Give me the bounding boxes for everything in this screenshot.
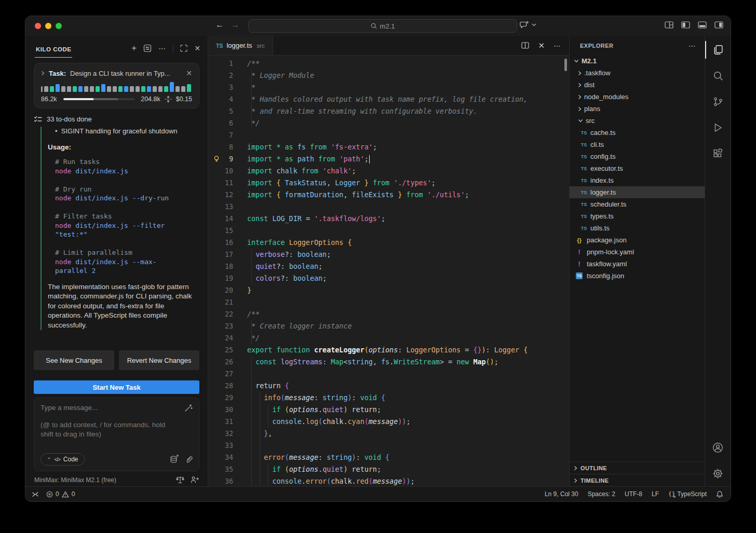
tree-item-.taskflow[interactable]: .taskflow <box>570 67 705 79</box>
code-line[interactable]: 24 */ <box>208 332 569 344</box>
editor-more-actions-icon[interactable]: ⋯ <box>554 42 561 50</box>
code-line[interactable]: 19 colors?: boolean; <box>208 272 569 284</box>
tree-item-utils.ts[interactable]: TSutils.ts <box>570 222 705 234</box>
attach-paperclip-icon[interactable] <box>185 456 193 463</box>
code-line[interactable]: 10import chalk from 'chalk'; <box>208 165 569 177</box>
tree-item-scheduler.ts[interactable]: TSscheduler.ts <box>570 198 705 210</box>
close-task-icon[interactable]: ✕ <box>186 69 192 77</box>
tree-item-executor.ts[interactable]: TSexecutor.ts <box>570 162 705 174</box>
editor-scrollbar[interactable] <box>564 59 567 71</box>
tree-item-logger.ts[interactable]: TSlogger.ts <box>570 186 705 198</box>
code-line[interactable]: 2 * Logger Module <box>208 70 569 81</box>
code-line[interactable]: 32 }, <box>208 428 569 440</box>
tree-item-pnpm-lock.yaml[interactable]: !pnpm-lock.yaml <box>570 246 705 258</box>
forward-arrow-icon[interactable]: → <box>231 20 239 30</box>
code-line[interactable]: 28 return { <box>208 380 569 392</box>
toggle-right-panel-icon[interactable] <box>714 21 723 29</box>
context-database-icon[interactable] <box>170 456 178 463</box>
mcp-servers-icon[interactable] <box>143 44 152 52</box>
code-line[interactable]: 17 verbose?: boolean; <box>208 249 569 261</box>
start-new-task-button[interactable]: Start New Task <box>34 380 199 394</box>
back-arrow-icon[interactable]: ← <box>215 20 224 30</box>
code-line[interactable]: 16interface LoggerOptions { <box>208 237 569 249</box>
code-line[interactable]: 26 const logStreams: Map<string, fs.Writ… <box>208 356 569 368</box>
lightbulb-icon[interactable] <box>213 155 220 162</box>
tree-item-cli.ts[interactable]: TScli.ts <box>570 139 705 151</box>
model-label[interactable]: MiniMax: MiniMax M2.1 (free) <box>34 476 116 484</box>
close-panel-icon[interactable]: ✕ <box>194 44 200 52</box>
eol-sequence[interactable]: LF <box>652 490 659 498</box>
split-editor-icon[interactable] <box>521 42 529 49</box>
tree-item-node_modules[interactable]: node_modules <box>570 91 705 103</box>
new-task-icon[interactable]: + <box>131 45 137 52</box>
context-scale-icon[interactable] <box>176 476 184 484</box>
remote-indicator-icon[interactable] <box>32 491 39 498</box>
code-line[interactable]: 34 error(message: string): void { <box>208 452 569 463</box>
tree-item-tsconfig.json[interactable]: TStsconfig.json <box>570 270 705 282</box>
code-line[interactable]: 36 console.error(chalk.red(message)); <box>208 475 569 486</box>
condense-context-icon[interactable] <box>165 95 172 103</box>
command-center-search[interactable]: m2.1 <box>248 19 517 33</box>
sidebar-item-source-control[interactable] <box>705 89 731 115</box>
explorer-more-actions-icon[interactable]: ⋯ <box>688 42 696 50</box>
code-line[interactable]: 15 <box>208 225 569 237</box>
code-line[interactable]: 31 console.log(chalk.cyan(message)); <box>208 416 569 428</box>
see-new-changes-button[interactable]: See New Changes <box>34 350 114 370</box>
code-line[interactable]: 8import * as fs from 'fs-extra'; <box>208 141 569 153</box>
account-button[interactable] <box>705 434 731 460</box>
section-outline[interactable]: OUTLINE <box>570 461 705 474</box>
code-line[interactable]: 5 * and real-time streaming with configu… <box>208 105 569 117</box>
more-actions-icon[interactable]: ⋯ <box>158 44 166 52</box>
code-line[interactable]: 11import { TaskStatus, Logger } from './… <box>208 177 569 189</box>
sidebar-item-extensions[interactable] <box>705 141 731 167</box>
code-line[interactable]: 21 <box>208 296 569 308</box>
chevron-down-icon[interactable] <box>532 23 536 26</box>
sidebar-item-search[interactable] <box>705 63 731 89</box>
cursor-position[interactable]: Ln 9, Col 30 <box>545 490 578 498</box>
code-line[interactable]: 20} <box>208 284 569 296</box>
customize-layout-icon[interactable] <box>665 21 673 29</box>
code-line[interactable]: 4 * Handles colored output with task nam… <box>208 93 569 105</box>
revert-new-changes-button[interactable]: Revert New Changes <box>119 350 199 370</box>
code-line[interactable]: 25export function createLogger(options: … <box>208 344 569 356</box>
tree-item-M2.1[interactable]: M2.1 <box>570 55 705 67</box>
code-line[interactable]: 6 */ <box>208 117 569 129</box>
tree-item-config.ts[interactable]: TSconfig.ts <box>570 151 705 162</box>
toggle-bottom-panel-icon[interactable] <box>698 21 707 29</box>
section-timeline[interactable]: TIMELINE <box>570 474 705 486</box>
sidebar-item-run-debug[interactable] <box>705 115 731 141</box>
code-line[interactable]: 13 <box>208 201 569 213</box>
tree-item-cache.ts[interactable]: TScache.ts <box>570 127 705 139</box>
code-line[interactable]: 33 <box>208 440 569 452</box>
todos-label[interactable]: 33 to-dos done <box>47 115 92 123</box>
tree-item-types.ts[interactable]: TStypes.ts <box>570 210 705 222</box>
code-line[interactable]: 23 * Create logger instance <box>208 320 569 332</box>
tree-item-taskflow.yaml[interactable]: !taskflow.yaml <box>570 258 705 270</box>
enhance-prompt-wand-icon[interactable] <box>184 404 193 412</box>
code-line[interactable]: 18 quiet?: boolean; <box>208 261 569 272</box>
code-line[interactable]: 1/** <box>208 58 569 70</box>
code-line[interactable]: 22/** <box>208 308 569 320</box>
code-line[interactable]: 3 * <box>208 81 569 93</box>
settings-button[interactable] <box>705 460 731 486</box>
mode-selector[interactable]: ⌃ </> Code <box>40 453 85 466</box>
tree-item-dist[interactable]: dist <box>570 79 705 91</box>
zoom-window-button[interactable] <box>56 23 62 29</box>
encoding[interactable]: UTF-8 <box>625 490 642 498</box>
minimize-window-button[interactable] <box>45 23 51 29</box>
code-line[interactable]: 14const LOG_DIR = '.taskflow/logs'; <box>208 213 569 225</box>
code-line[interactable]: 29 info(message: string): void { <box>208 392 569 404</box>
code-editor[interactable]: 1/**2 * Logger Module3 *4 * Handles colo… <box>208 56 569 486</box>
code-line[interactable]: 7 <box>208 129 569 141</box>
code-line[interactable]: 30 if (options.quiet) return; <box>208 404 569 416</box>
indentation[interactable]: Spaces: 2 <box>588 490 615 498</box>
sidebar-item-explorer[interactable] <box>705 37 731 63</box>
code-line[interactable]: 35 if (options.quiet) return; <box>208 463 569 475</box>
code-line[interactable]: 12import { formatDuration, fileExists } … <box>208 189 569 201</box>
code-line[interactable]: 9import * as path from 'path'; <box>208 153 569 165</box>
tree-item-index.ts[interactable]: TSindex.ts <box>570 174 705 186</box>
language-mode[interactable]: {}TypeScript <box>668 490 707 498</box>
problems-indicator[interactable]: 0 0 <box>46 490 75 498</box>
switch-account-icon[interactable] <box>191 476 199 484</box>
code-line[interactable]: 27 <box>208 368 569 380</box>
